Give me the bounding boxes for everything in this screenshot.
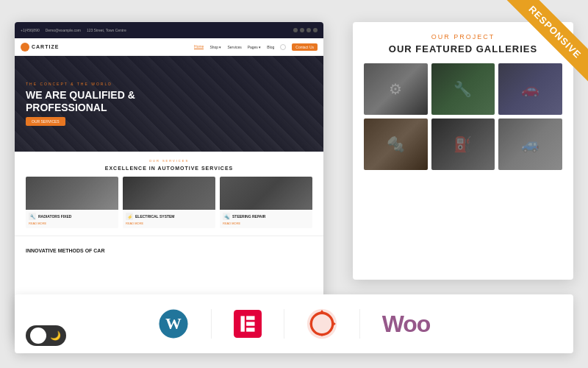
site-bottom: INNOVATIVE METHODS OF CAR <box>15 236 323 261</box>
wordpress-icon: W <box>158 308 189 339</box>
gallery-item-5[interactable] <box>431 118 495 170</box>
service-image-2 <box>123 177 215 210</box>
woocommerce-refresh-icon <box>306 308 337 339</box>
separator-2 <box>284 309 284 339</box>
responsive-badge-text: RESPONSIVE <box>505 0 588 82</box>
svg-text:W: W <box>165 315 182 333</box>
service-info-3: 🔩 STEERING REPAIR READ MORE <box>220 210 312 228</box>
service-read-2[interactable]: READ MORE <box>126 222 212 225</box>
contact-btn[interactable]: Contact Us <box>292 43 318 51</box>
gallery-item-1[interactable] <box>364 63 428 115</box>
service-card-2: ⚡ ELECTRICAL SYSTEM READ MORE <box>123 177 215 228</box>
phone-text: +1(456)890 <box>21 28 40 32</box>
nav-pages[interactable]: Pages ▾ <box>248 45 262 49</box>
address-text: 123 Street, Town Centre <box>87 28 126 32</box>
service-name-3: STEERING REPAIR <box>232 214 265 219</box>
service-image-1 <box>26 177 118 210</box>
service-info-1: 🔧 RADIATORS FIXED READ MORE <box>26 210 118 228</box>
hero-title: WE ARE QUALIFIED & PROFESSIONAL <box>26 89 312 114</box>
nav-blog[interactable]: Blog <box>267 45 274 49</box>
service-name-1: RADIATORS FIXED <box>38 214 71 219</box>
service-card-1: 🔧 RADIATORS FIXED READ MORE <box>26 177 118 228</box>
service-read-1[interactable]: READ MORE <box>29 222 115 225</box>
service-image-3 <box>220 177 312 210</box>
steering-icon: 🔩 <box>223 213 230 220</box>
responsive-badge: RESPONSIVE <box>492 0 588 96</box>
service-read-3[interactable]: READ MORE <box>223 222 309 225</box>
service-icon-row-3: 🔩 STEERING REPAIR <box>223 213 309 220</box>
svg-rect-5 <box>246 316 254 319</box>
search-icon[interactable] <box>280 44 286 50</box>
toggle-knob <box>30 328 46 344</box>
services-grid: 🔧 RADIATORS FIXED READ MORE ⚡ ELECTRICAL… <box>26 177 312 228</box>
svg-rect-4 <box>240 316 244 331</box>
moon-icon: 🌙 <box>50 330 61 341</box>
nav-home[interactable]: Home <box>194 44 204 49</box>
bottom-title: INNOVATIVE METHODS OF CAR <box>26 248 104 253</box>
gallery-item-2[interactable] <box>431 63 495 115</box>
radiator-icon: 🔧 <box>29 213 36 220</box>
dark-mode-toggle[interactable]: 🌙 <box>26 325 66 346</box>
youtube-icon <box>313 28 318 32</box>
site-nav: CARTIZE Home Shop ▾ Services Pages ▾ Blo… <box>15 38 323 56</box>
service-info-2: ⚡ ELECTRICAL SYSTEM READ MORE <box>123 210 215 228</box>
nav-shop[interactable]: Shop ▾ <box>209 45 221 49</box>
service-card-3: 🔩 STEERING REPAIR READ MORE <box>220 177 312 228</box>
hero-subtitle: THE CONCEPT & THE WORLD <box>26 82 312 86</box>
nav-links: Home Shop ▾ Services Pages ▾ Blog Contac… <box>194 43 318 51</box>
logo-icon <box>21 43 29 52</box>
facebook-icon <box>293 28 298 32</box>
bottom-plugin-bar: W Woo <box>15 294 573 353</box>
gallery-item-6[interactable] <box>498 118 562 170</box>
header-contact: +1(456)890 Demo@example.com 123 Street, … <box>21 28 126 32</box>
service-name-2: ELECTRICAL SYSTEM <box>135 214 175 219</box>
site-header: +1(456)890 Demo@example.com 123 Street, … <box>15 22 323 38</box>
hero-title-line2: PROFESSIONAL <box>26 102 107 113</box>
service-icon-row-2: ⚡ ELECTRICAL SYSTEM <box>126 213 212 220</box>
separator-1 <box>211 309 212 339</box>
instagram-icon <box>306 28 311 32</box>
separator-3 <box>359 309 360 339</box>
email-text: Demo@example.com <box>46 28 81 32</box>
social-icons <box>293 28 318 32</box>
svg-rect-6 <box>246 322 254 325</box>
gallery-item-4[interactable] <box>364 118 428 170</box>
elementor-icon <box>234 310 262 338</box>
hero-title-line1: WE ARE QUALIFIED & <box>26 89 135 101</box>
svg-rect-7 <box>246 328 254 331</box>
twitter-icon <box>300 28 304 32</box>
services-title: EXCELLENCE IN AUTOMOTIVE SERVICES <box>26 166 312 171</box>
service-icon-row-1: 🔧 RADIATORS FIXED <box>29 213 115 220</box>
logo-text: CARTIZE <box>32 44 59 49</box>
hero-cta-button[interactable]: OUR SERVICES <box>26 117 65 126</box>
woo-text: Woo <box>382 311 431 338</box>
website-mockup: +1(456)890 Demo@example.com 123 Street, … <box>15 22 323 339</box>
services-subtitle: OUR SERVICES <box>26 159 312 163</box>
services-section: OUR SERVICES EXCELLENCE IN AUTOMOTIVE SE… <box>15 152 323 236</box>
site-logo: CARTIZE <box>21 43 59 52</box>
hero-section: THE CONCEPT & THE WORLD WE ARE QUALIFIED… <box>15 56 323 152</box>
nav-services[interactable]: Services <box>227 45 241 49</box>
main-container: +1(456)890 Demo@example.com 123 Street, … <box>0 0 588 368</box>
electrical-icon: ⚡ <box>126 213 133 220</box>
